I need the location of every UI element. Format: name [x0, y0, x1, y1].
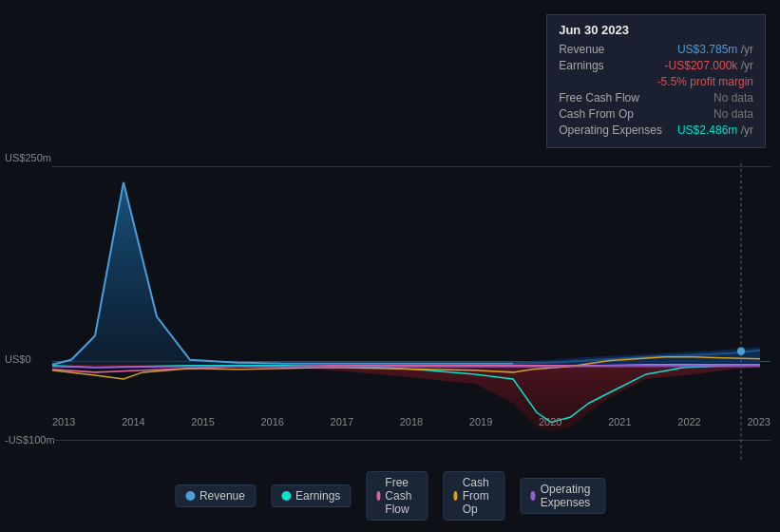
x-label-2022: 2022	[677, 416, 700, 428]
tooltip-label-fcf: Free Cash Flow	[559, 91, 639, 104]
legend-item-opex[interactable]: Operating Expenses	[520, 478, 605, 514]
tooltip-box: Jun 30 2023 Revenue US$3.785m /yr Earnin…	[546, 14, 766, 148]
legend-label-earnings: Earnings	[295, 489, 340, 503]
legend-dot-fcf	[376, 491, 380, 501]
legend-label-fcf: Free Cash Flow	[385, 476, 417, 516]
tooltip-row-revenue: Revenue US$3.785m /yr	[559, 43, 753, 56]
x-label-2019: 2019	[469, 416, 492, 428]
x-label-2016: 2016	[260, 416, 283, 428]
legend-label-opex: Operating Expenses	[541, 483, 595, 509]
legend-dot-cashfromop	[453, 491, 457, 501]
legend-dot-earnings	[281, 491, 291, 501]
tooltip-label-revenue: Revenue	[559, 43, 604, 56]
tooltip-label-opex: Operating Expenses	[559, 124, 662, 137]
tooltip-value-fcf: No data	[713, 91, 753, 104]
tooltip-value-cashfromop: No data	[713, 107, 753, 121]
x-label-2017: 2017	[331, 416, 353, 428]
legend: Revenue Earnings Free Cash Flow Cash Fro…	[175, 471, 605, 521]
tooltip-row-opex: Operating Expenses US$2.486m /yr	[559, 124, 753, 137]
tooltip-row-margin: -5.5% profit margin	[559, 75, 753, 88]
revenue-area	[52, 182, 760, 365]
legend-dot-revenue	[185, 491, 195, 501]
x-label-2015: 2015	[191, 416, 214, 428]
x-axis: 2013 2014 2015 2016 2017 2018 2019 2020 …	[52, 411, 770, 428]
chart-container: US$250m US$0 -US$100m	[0, 0, 780, 532]
tooltip-row-cashfromop: Cash From Op No data	[559, 107, 753, 121]
legend-item-earnings[interactable]: Earnings	[271, 484, 351, 507]
tooltip-value-margin: -5.5% profit margin	[657, 75, 753, 88]
tooltip-label-earnings: Earnings	[559, 59, 603, 72]
x-label-2014: 2014	[122, 416, 144, 428]
tooltip-label-cashfromop: Cash From Op	[559, 107, 634, 121]
x-label-2023: 2023	[747, 416, 770, 428]
legend-item-fcf[interactable]: Free Cash Flow	[366, 471, 428, 521]
legend-item-cashfromop[interactable]: Cash From Op	[443, 471, 504, 521]
tooltip-value-earnings: -US$207.000k /yr	[665, 59, 753, 72]
x-label-2021: 2021	[608, 416, 631, 428]
tooltip-value-opex: US$2.486m /yr	[677, 124, 753, 137]
x-label-2013: 2013	[52, 416, 75, 428]
revenue-area-right	[513, 348, 760, 365]
tooltip-date: Jun 30 2023	[559, 23, 753, 37]
legend-dot-opex	[530, 491, 535, 501]
x-label-2018: 2018	[400, 416, 423, 428]
legend-label-revenue: Revenue	[200, 489, 245, 503]
legend-label-cashfromop: Cash From Op	[463, 476, 495, 516]
legend-item-revenue[interactable]: Revenue	[175, 484, 256, 507]
tooltip-row-fcf: Free Cash Flow No data	[559, 91, 753, 104]
x-label-2020: 2020	[539, 416, 561, 428]
revenue-dot	[737, 348, 745, 355]
tooltip-value-revenue: US$3.785m /yr	[677, 43, 753, 56]
tooltip-row-earnings: Earnings -US$207.000k /yr	[559, 59, 753, 72]
